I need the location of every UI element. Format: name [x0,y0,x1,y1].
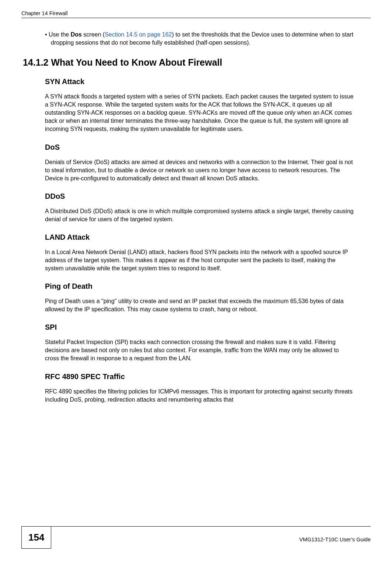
page-content: • Use the Dos screen (Section 14.5 on pa… [21,31,371,404]
paragraph-dos: Denials of Service (DoS) attacks are aim… [45,158,354,183]
paragraph-syn-attack: A SYN attack floods a targeted system wi… [45,93,354,133]
section-heading-14-1-2: 14.1.2 What You Need to Know About Firew… [23,57,354,68]
subheading-land-attack: LAND Attack [45,233,354,242]
section-dos: DoS Denials of Service (DoS) attacks are… [45,143,354,183]
bullet-text-mid: screen ( [82,31,105,38]
subheading-dos: DoS [45,143,354,152]
subheading-syn-attack: SYN Attack [45,77,354,86]
subheading-ddos: DDoS [45,192,354,201]
subheading-spi: SPI [45,323,354,332]
section-rfc-4890: RFC 4890 SPEC Traffic RFC 4890 specifies… [45,372,354,404]
page-header: Chapter 14 Firewall [21,10,371,18]
bullet-bold-dos: Dos [71,31,82,38]
section-land-attack: LAND Attack In a Local Area Network Deni… [45,233,354,273]
header-chapter: Chapter 14 Firewall [21,10,68,16]
guide-title: VMG1312-T10C User’s Guide [299,533,371,542]
page-footer: 154 VMG1312-T10C User’s Guide [21,526,371,549]
section-syn-attack: SYN Attack A SYN attack floods a targete… [45,77,354,133]
section-link[interactable]: Section 14.5 on page 162 [105,31,172,38]
subheading-ping-of-death: Ping of Death [45,282,354,291]
paragraph-ddos: A Distributed DoS (DDoS) attack is one i… [45,207,354,223]
section-ping-of-death: Ping of Death Ping of Death uses a "ping… [45,282,354,313]
paragraph-ping-of-death: Ping of Death uses a "ping" utility to c… [45,297,354,313]
section-ddos: DDoS A Distributed DoS (DDoS) attack is … [45,192,354,223]
paragraph-spi: Stateful Packet Inspection (SPI) tracks … [45,338,354,362]
paragraph-rfc-4890: RFC 4890 specifies the filtering policie… [45,388,354,404]
page-number: 154 [21,527,51,549]
paragraph-land-attack: In a Local Area Network Denial (LAND) at… [45,248,354,273]
subheading-rfc-4890: RFC 4890 SPEC Traffic [45,372,354,381]
section-spi: SPI Stateful Packet Inspection (SPI) tra… [45,323,354,362]
bullet-item: • Use the Dos screen (Section 14.5 on pa… [45,31,354,47]
bullet-text-prefix: • Use the [45,31,71,38]
